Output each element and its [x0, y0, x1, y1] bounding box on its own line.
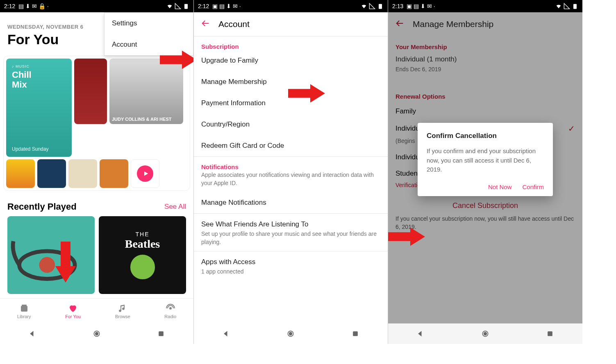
- apple-icon: [130, 255, 155, 279]
- tab-for-you[interactable]: For You: [65, 303, 81, 319]
- battery-icon: [377, 3, 384, 9]
- nav-home-icon[interactable]: [286, 330, 295, 338]
- svg-point-20: [484, 332, 487, 335]
- svg-marker-18: [388, 228, 425, 246]
- status-bar: 2:12 ▤ ⬇ ✉ 🔒 ·: [0, 0, 193, 12]
- svg-marker-13: [288, 84, 325, 103]
- status-time: 2:13: [392, 3, 403, 9]
- nav-recent-icon[interactable]: [546, 330, 554, 338]
- screen-account: 2:12 ▣ ▤ ⬇ ✉ · Account Subscription Upgr…: [193, 0, 388, 344]
- updated-label: Updated Sunday: [12, 146, 48, 152]
- tab-radio[interactable]: Radio: [164, 303, 176, 319]
- small-album-tile[interactable]: [6, 159, 35, 188]
- status-right-icons: [166, 3, 189, 9]
- music-note-icon: [118, 303, 127, 313]
- svg-rect-0: [184, 4, 188, 9]
- item-friends-listening[interactable]: See What Friends Are Listening To: [194, 214, 388, 229]
- screen-for-you: 2:12 ▤ ⬇ ✉ 🔒 · WEDNESDAY, NOVEMBER 6 For…: [0, 0, 193, 344]
- bottom-tab-bar: Library For You Browse Radio: [0, 298, 193, 323]
- wifi-icon: [361, 3, 367, 9]
- nav-back-icon[interactable]: [28, 330, 36, 338]
- tab-library[interactable]: Library: [17, 303, 31, 319]
- android-nav-bar: [388, 323, 582, 344]
- nav-recent-icon[interactable]: [157, 330, 165, 338]
- battery-icon: [183, 3, 189, 9]
- status-time: 2:12: [198, 3, 209, 9]
- svg-marker-1: [160, 51, 193, 69]
- library-icon: [19, 303, 29, 313]
- dialog-confirm-button[interactable]: Confirm: [522, 183, 544, 190]
- svg-point-10: [95, 332, 98, 335]
- friends-description: Set up your profile to share your music …: [194, 229, 388, 251]
- radio-icon: [166, 303, 175, 313]
- wifi-icon: [166, 3, 173, 9]
- item-apps-access[interactable]: Apps with Access: [194, 251, 388, 267]
- play-icon: [137, 165, 153, 182]
- status-notif-icons: ▣ ▤ ⬇ ✉ ·: [212, 3, 241, 9]
- item-upgrade-family[interactable]: Upgrade to Family: [194, 50, 388, 71]
- svg-rect-21: [548, 331, 552, 336]
- android-nav-bar: [0, 323, 193, 344]
- play-button-tile[interactable]: [131, 159, 159, 188]
- svg-rect-6: [21, 306, 27, 312]
- recently-played-row[interactable]: THE Beatles: [0, 216, 193, 294]
- small-album-tile[interactable]: [100, 159, 128, 188]
- svg-rect-2: [7, 217, 95, 293]
- signal-icon: [369, 3, 375, 9]
- svg-rect-11: [159, 331, 164, 336]
- small-album-tile[interactable]: [37, 159, 66, 188]
- status-right-icons: [555, 3, 578, 9]
- signal-icon: [564, 3, 570, 9]
- svg-marker-5: [55, 242, 76, 283]
- confirm-cancellation-dialog: Confirm Cancellation If you confirm and …: [418, 123, 553, 196]
- nav-back-icon[interactable]: [416, 330, 425, 338]
- screen-manage-membership: 2:13 ▣ ▤ ⬇ ✉ · Manage Membership Your Me…: [388, 0, 582, 344]
- signal-icon: [175, 3, 181, 9]
- tab-browse[interactable]: Browse: [115, 303, 130, 319]
- recently-played-heading: Recently Played: [7, 201, 77, 212]
- page-margin: [582, 0, 616, 364]
- nav-back-icon[interactable]: [222, 330, 230, 338]
- nav-home-icon[interactable]: [481, 330, 489, 338]
- status-notif-icons: ▤ ⬇ ✉ 🔒 ·: [18, 3, 48, 9]
- nav-recent-icon[interactable]: [351, 330, 359, 338]
- page-title: Account: [218, 19, 250, 29]
- annotation-arrow: [388, 224, 425, 249]
- svg-rect-16: [353, 331, 358, 336]
- nav-home-icon[interactable]: [93, 330, 101, 338]
- annotation-arrow: [288, 81, 325, 106]
- item-manage-notifications[interactable]: Manage Notifications: [194, 192, 388, 213]
- chill-mix-tile[interactable]: ♪ MUSIC ChillMix Updated Sunday: [6, 59, 72, 157]
- svg-point-4: [39, 257, 55, 273]
- svg-rect-7: [22, 305, 27, 306]
- dialog-not-now-button[interactable]: Not Now: [488, 183, 512, 190]
- small-album-tile[interactable]: [68, 159, 97, 188]
- album-beatles[interactable]: THE Beatles: [99, 216, 186, 294]
- menu-item-settings[interactable]: Settings: [105, 13, 193, 34]
- see-all-link[interactable]: See All: [164, 203, 186, 211]
- wifi-icon: [555, 3, 562, 9]
- status-right-icons: [361, 3, 384, 9]
- section-subscription: Subscription: [194, 36, 388, 50]
- battery-icon: [572, 3, 578, 9]
- dialog-body: If you confirm and end your subscription…: [427, 147, 544, 174]
- status-bar: 2:12 ▣ ▤ ⬇ ✉ ·: [194, 0, 388, 12]
- apple-music-badge: ♪ MUSIC: [12, 64, 66, 68]
- album-tile[interactable]: [74, 59, 107, 124]
- back-button[interactable]: [201, 19, 210, 29]
- item-country-region[interactable]: Country/Region: [194, 114, 388, 135]
- status-bar: 2:13 ▣ ▤ ⬇ ✉ ·: [388, 0, 582, 12]
- status-notif-icons: ▣ ▤ ⬇ ✉ ·: [407, 3, 435, 9]
- account-header: Account: [194, 12, 388, 36]
- item-redeem-code[interactable]: Redeem Gift Card or Code: [194, 135, 388, 156]
- status-time: 2:12: [4, 3, 15, 9]
- annotation-arrow: [53, 242, 78, 283]
- heart-icon: [68, 303, 78, 313]
- dialog-title: Confirm Cancellation: [427, 132, 544, 140]
- apps-access-count: 1 app connected: [194, 267, 388, 281]
- svg-rect-17: [573, 4, 577, 9]
- android-nav-bar: [194, 323, 388, 344]
- album-eye-in-sky[interactable]: [7, 216, 95, 294]
- svg-rect-12: [379, 4, 382, 9]
- svg-point-8: [169, 307, 172, 310]
